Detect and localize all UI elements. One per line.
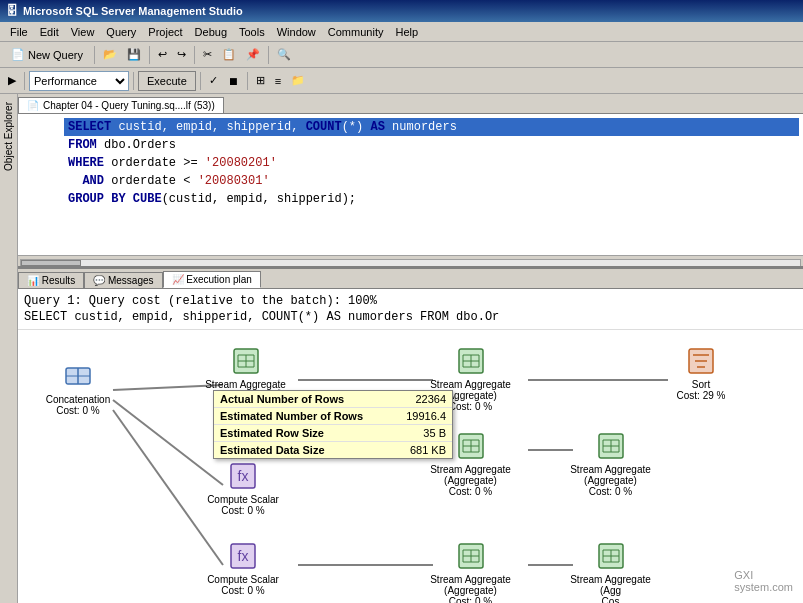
tab-results[interactable]: 📊 Results	[18, 272, 84, 288]
compute-scalar-2-icon: fx	[227, 540, 259, 572]
stream-aggregate-6-node[interactable]: Stream Aggregate(Agg Cos	[568, 540, 653, 603]
tooltip-value-4: 681 KB	[410, 444, 446, 456]
copy-button[interactable]: 📋	[218, 44, 240, 66]
find-button[interactable]: 🔍	[273, 44, 295, 66]
horizontal-scrollbar[interactable]	[18, 255, 803, 269]
menu-bar: File Edit View Query Project Debug Tools…	[0, 22, 803, 42]
redo-button[interactable]: ↪	[173, 44, 190, 66]
scrollbar-track[interactable]	[20, 259, 801, 267]
concatenation-icon	[62, 360, 94, 392]
stream-agg-6-cost: Cos	[568, 596, 653, 603]
sort-icon	[685, 345, 717, 377]
stream-agg-5-icon	[455, 540, 487, 572]
tooltip-row-3: Estimated Row Size 35 B	[214, 425, 452, 442]
object-explorer-sidebar[interactable]: Object Explorer	[0, 94, 18, 603]
editor-content[interactable]: SELECT custid, empid, shipperid, COUNT(*…	[18, 114, 803, 255]
execute-button[interactable]: Execute	[138, 71, 196, 91]
sort-label: Sort	[666, 379, 736, 390]
toolbar2-sep-4	[247, 72, 248, 90]
concatenation-node[interactable]: Concatenation Cost: 0 %	[38, 360, 118, 416]
plan-header: Query 1: Query cost (relative to the bat…	[18, 289, 803, 330]
stream-agg-4-label: Stream Aggregate(Aggregate)	[568, 464, 653, 486]
svg-text:fx: fx	[238, 468, 249, 484]
stream-agg-3-label: Stream Aggregate(Aggregate)	[428, 464, 513, 486]
sort-node[interactable]: Sort Cost: 29 %	[666, 345, 736, 401]
app-title: Microsoft SQL Server Management Studio	[23, 5, 243, 17]
tooltip-popup: Actual Number of Rows 22364 Estimated Nu…	[213, 390, 453, 459]
cut-button[interactable]: ✂	[199, 44, 216, 66]
watermark: GXIsystem.com	[734, 569, 793, 593]
menu-community[interactable]: Community	[322, 24, 390, 40]
paste-button[interactable]: 📌	[242, 44, 264, 66]
database-selector[interactable]: Performance	[29, 71, 129, 91]
scrollbar-thumb[interactable]	[21, 260, 81, 266]
toolbar-1: 📄 New Query 📂 💾 ↩ ↪ ✂ 📋 📌 🔍	[0, 42, 803, 68]
stream-agg-1-icon	[230, 345, 262, 377]
menu-view[interactable]: View	[65, 24, 101, 40]
toolbar2-sep-2	[133, 72, 134, 90]
menu-file[interactable]: File	[4, 24, 34, 40]
editor-tab-icon: 📄	[27, 100, 39, 111]
toolbar2-sep-3	[200, 72, 201, 90]
tooltip-label-4: Estimated Data Size	[220, 444, 325, 456]
open-button[interactable]: 📂	[99, 44, 121, 66]
compute-scalar-2-node[interactable]: fx Compute Scalar Cost: 0 %	[203, 540, 283, 596]
compute-scalar-1-icon: fx	[227, 460, 259, 492]
cancel-button[interactable]: ⏹	[224, 70, 243, 92]
stream-agg-4-icon	[595, 430, 627, 462]
compute-scalar-2-label: Compute Scalar	[203, 574, 283, 585]
new-query-button[interactable]: 📄 New Query	[4, 45, 90, 64]
plan-diagram[interactable]: Concatenation Cost: 0 %	[18, 330, 803, 603]
compute-scalar-2-cost: Cost: 0 %	[203, 585, 283, 596]
stream-aggregate-4-node[interactable]: Stream Aggregate(Aggregate) Cost: 0 %	[568, 430, 653, 497]
results-file-button[interactable]: 📁	[287, 70, 309, 92]
tooltip-row-2: Estimated Number of Rows 19916.4	[214, 408, 452, 425]
menu-tools[interactable]: Tools	[233, 24, 271, 40]
menu-query[interactable]: Query	[100, 24, 142, 40]
undo-button[interactable]: ↩	[154, 44, 171, 66]
menu-help[interactable]: Help	[389, 24, 424, 40]
new-query-label: New Query	[28, 49, 83, 61]
compute-scalar-1-label: Compute Scalar	[203, 494, 283, 505]
tab-messages[interactable]: 💬 Messages	[84, 272, 162, 288]
toolbar-separator-4	[268, 46, 269, 64]
concatenation-cost: Cost: 0 %	[38, 405, 118, 416]
tooltip-value-2: 19916.4	[406, 410, 446, 422]
save-button[interactable]: 💾	[123, 44, 145, 66]
sort-cost: Cost: 29 %	[666, 390, 736, 401]
compute-scalar-1-cost: Cost: 0 %	[203, 505, 283, 516]
stream-agg-5-label: Stream Aggregate(Aggregate)	[428, 574, 513, 596]
stream-agg-4-cost: Cost: 0 %	[568, 486, 653, 497]
editor-tab[interactable]: 📄 Chapter 04 - Query Tuning.sq....lf (53…	[18, 97, 224, 113]
toolbar2-sep-1	[24, 72, 25, 90]
toolbar-separator-2	[149, 46, 150, 64]
plan-header-line1: Query 1: Query cost (relative to the bat…	[24, 293, 797, 309]
stream-agg-5-cost: Cost: 0 %	[428, 596, 513, 603]
stream-aggregate-5-node[interactable]: Stream Aggregate(Aggregate) Cost: 0 %	[428, 540, 513, 603]
menu-edit[interactable]: Edit	[34, 24, 65, 40]
editor-tab-label: Chapter 04 - Query Tuning.sq....lf (53))	[43, 100, 215, 111]
results-grid-button[interactable]: ⊞	[252, 70, 269, 92]
editor-tab-bar: 📄 Chapter 04 - Query Tuning.sq....lf (53…	[18, 94, 803, 114]
compute-scalar-1-node[interactable]: fx Compute Scalar Cost: 0 %	[203, 460, 283, 516]
object-explorer-label[interactable]: Object Explorer	[1, 98, 16, 175]
app-icon: 🗄	[6, 4, 18, 18]
tooltip-row-4: Estimated Data Size 681 KB	[214, 442, 452, 458]
tooltip-value-1: 22364	[415, 393, 446, 405]
debug-button[interactable]: ▶	[4, 70, 20, 92]
menu-window[interactable]: Window	[271, 24, 322, 40]
toolbar-separator-3	[194, 46, 195, 64]
query-editor[interactable]: 📄 Chapter 04 - Query Tuning.sq....lf (53…	[18, 94, 803, 269]
tooltip-value-3: 35 B	[423, 427, 446, 439]
menu-project[interactable]: Project	[142, 24, 188, 40]
results-text-button[interactable]: ≡	[271, 70, 285, 92]
menu-debug[interactable]: Debug	[189, 24, 233, 40]
stream-agg-3-cost: Cost: 0 %	[428, 486, 513, 497]
parse-button[interactable]: ✓	[205, 70, 222, 92]
stream-agg-3-icon	[455, 430, 487, 462]
tab-execution-plan[interactable]: 📈 Execution plan	[163, 271, 261, 288]
plan-header-line2: SELECT custid, empid, shipperid, COUNT(*…	[24, 309, 797, 325]
execute-label: Execute	[147, 75, 187, 87]
stream-agg-6-icon	[595, 540, 627, 572]
new-query-icon: 📄	[11, 48, 25, 61]
